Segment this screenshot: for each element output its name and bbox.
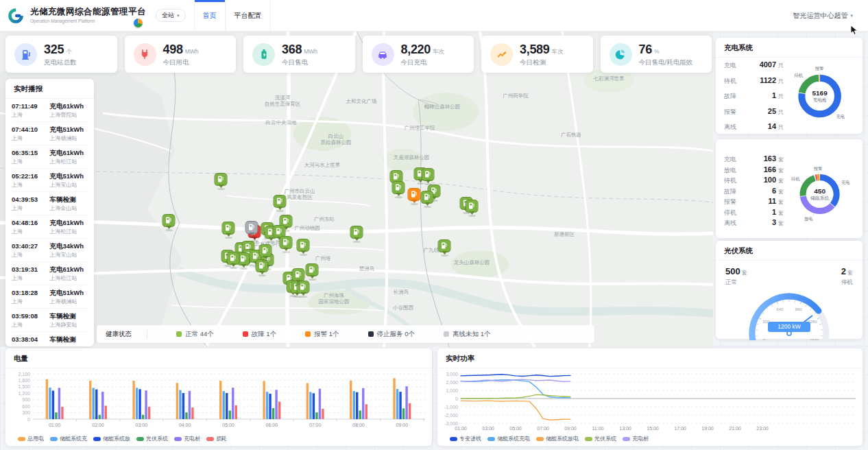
station-pin-normal[interactable] [350,226,363,239]
energy-legend-item[interactable]: 总用电 [18,435,44,442]
svg-text:11:00: 11:00 [592,426,604,431]
status-value: 1 [772,91,776,99]
energy-legend-item[interactable]: 储能系统充 [50,435,87,442]
broadcast-event-col: 充电61kWh上海松江站 [50,149,88,165]
broadcast-event: 充电61kWh [50,219,88,227]
legend-color-swatch [176,331,182,337]
station-pin-normal[interactable] [292,268,305,281]
station-pin-normal[interactable] [438,239,451,252]
station-pin-normal[interactable] [162,214,176,227]
tab-platform-config[interactable]: 平台配置 [226,0,271,31]
svg-text:2,100: 2,100 [18,372,30,377]
svg-text:1,500: 1,500 [18,384,30,389]
svg-text:13:00: 13:00 [619,426,631,431]
legend-color-swatch [18,437,25,441]
svg-text:0: 0 [455,396,458,401]
station-pin-normal[interactable] [274,195,287,208]
power-legend-item[interactable]: 光伏系统 [585,435,616,442]
power-legend-item[interactable]: 储能系统充电 [487,435,530,442]
broadcast-time-col: 03:38:04上海 [12,335,50,344]
site-selector-dropdown[interactable]: 全站 ▾ [156,9,186,22]
legend-color-swatch [136,437,144,441]
broadcast-time-col: 03:19:31上海 [12,265,50,282]
svg-text:1,800: 1,800 [18,378,30,383]
svg-text:04:00: 04:00 [179,423,191,427]
user-menu[interactable]: 智光运营中心超管 ▾ [793,11,853,21]
status-value: 3 [772,218,776,226]
power-legend-item[interactable]: 储能系统放电 [536,435,579,442]
map-legend-item-离线未知[interactable]: 离线未知 1个 [444,330,490,339]
status-value: 14 [768,122,776,130]
status-value: 1122 [760,76,776,84]
kpi-unit: 个 [66,48,72,55]
map-legend-item-停止服务[interactable]: 停止服务 0个 [368,330,415,339]
kpi-card-5: 3,589车次今日检测 [481,36,593,73]
broadcast-row: 03:18:28上海充电51kWh上海杨浦站 [12,285,88,309]
station-pin-normal[interactable] [259,244,272,257]
svg-text:2,000: 2,000 [446,380,458,385]
kpi-label: 今日检测 [520,59,564,66]
broadcast-city: 上海 [12,251,50,259]
map-legend-item-故障[interactable]: 故障 1个 [243,330,276,339]
station-pin-normal[interactable] [422,168,435,181]
charging-station-icon [14,43,37,66]
broadcast-station: 上海宝山站 [50,181,88,189]
svg-text:300: 300 [22,410,30,415]
legend-color-swatch [623,437,630,441]
station-pin-normal[interactable] [227,252,240,265]
station-pin-alarm[interactable] [408,188,421,201]
energy-legend-item[interactable]: 储能系统放 [93,435,130,442]
broadcast-list[interactable]: 07:11:49上海充电61kWh上海普陀站07:44:10上海充电51kWh上… [5,99,94,344]
svg-text:03:00: 03:00 [482,426,494,431]
system-status-row: 报警11套 [724,197,784,208]
station-pin-normal[interactable] [306,263,319,276]
broadcast-city: 上海 [12,204,50,212]
map-legend-item-正常[interactable]: 正常 44个 [176,330,214,339]
map-place-label: 长洲岛 [394,289,409,295]
map-legend-item-报警[interactable]: 报警 1个 [305,330,339,339]
broadcast-time: 07:11:49 [12,102,50,110]
pv-normal-value: 500 [725,266,740,276]
energy-legend-item[interactable]: 损耗 [206,435,227,442]
station-pin-offline[interactable] [245,221,258,234]
energy-bar-chart: 03006009001,2001,5001,8002,10001:0002:00… [5,368,432,431]
station-pin-normal[interactable] [215,173,228,186]
svg-text:900: 900 [22,397,30,402]
station-pin-normal[interactable] [222,222,235,235]
station-pin-normal[interactable] [280,236,293,249]
broadcast-event: 车辆检测 [50,196,88,204]
kpi-value: 8,220 [401,43,431,56]
svg-text:5169: 5169 [812,89,828,97]
station-pin-normal[interactable] [466,200,479,213]
legend-label: 正常 44个 [185,330,214,339]
energy-legend-item[interactable]: 光伏系统 [136,435,168,442]
svg-text:报警: 报警 [813,166,823,171]
energy-legend-item[interactable]: 充电桩 [174,435,200,442]
power-chart-title: 实时功率 [437,348,863,368]
broadcast-time: 07:44:10 [12,126,50,134]
map-place-label: 七彩澜湾世界 [594,75,625,82]
station-pin-normal[interactable] [421,191,434,204]
station-pin-normal[interactable] [392,181,405,194]
broadcast-city: 上海 [12,181,50,189]
status-label: 离线 [724,123,736,132]
map-place-label: 广石铁路 [561,132,581,138]
kpi-label: 今日用电 [163,59,199,66]
map-health-legend: 健康状态 正常 44个故障 1个报警 1个停止服务 0个离线未知 1个 [97,325,594,343]
broadcast-event: 充电61kWh [50,102,88,110]
map-place-label: 龙头山森林公园 [454,259,490,265]
broadcast-event: 车辆检测 [50,312,88,320]
system-status-row: 放电166套 [724,165,784,176]
broadcast-station: 上海松江站 [50,228,88,235]
broadcast-time: 06:35:15 [12,149,50,157]
station-map[interactable]: 流溪湾 自然生态保育区白云中央湿地太和文化广场白云山 原始森林公园大河马水上世界… [0,31,713,347]
tab-home[interactable]: 首页 [194,0,226,31]
power-legend-item[interactable]: 充电桩 [623,435,649,442]
map-place-label: 广州塔 [315,255,331,261]
svg-text:450: 450 [814,187,825,195]
power-legend-item[interactable]: 专变进线 [450,435,481,442]
status-value: 11 [768,197,776,205]
broadcast-city: 上海 [12,321,50,329]
station-pin-normal[interactable] [297,239,310,252]
kpi-value-line: 325个 [44,43,77,56]
